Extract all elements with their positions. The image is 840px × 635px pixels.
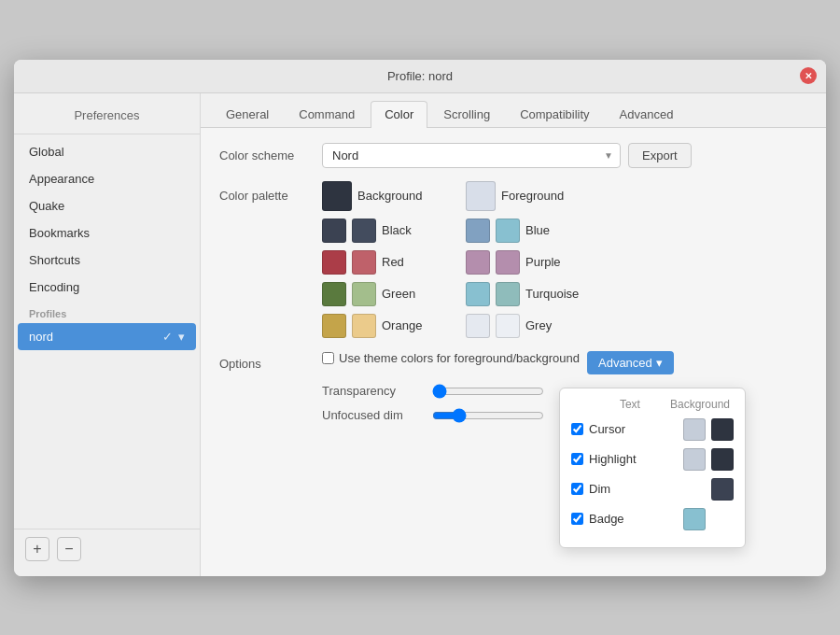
options-main-row: Use theme colors for foreground/backgrou…	[322, 351, 674, 374]
remove-profile-button[interactable]: −	[57, 537, 81, 561]
main-panel: General Command Color Scrolling Compatib…	[201, 93, 826, 576]
cursor-label: Cursor	[589, 422, 678, 436]
blue-swatch-2[interactable]	[496, 219, 520, 243]
panel-content: Color scheme Nord ▼ Export Color palette	[201, 128, 826, 576]
color-scheme-select[interactable]: Nord	[322, 143, 621, 168]
grey-swatch-2[interactable]	[496, 314, 520, 338]
orange-swatch-2[interactable]	[352, 314, 376, 338]
color-palette-label: Color palette	[219, 181, 322, 203]
color-scheme-select-wrapper: Nord ▼	[322, 143, 621, 168]
turquoise-swatch-1[interactable]	[466, 282, 490, 306]
tab-compatibility[interactable]: Compatibility	[506, 101, 603, 127]
tab-general[interactable]: General	[212, 101, 283, 127]
black-swatch-2[interactable]	[352, 219, 376, 243]
tab-scrolling[interactable]: Scrolling	[429, 101, 504, 127]
foreground-swatch[interactable]	[466, 181, 496, 211]
turquoise-label: Turquoise	[525, 287, 591, 301]
dropdown-highlight-item: Highlight	[571, 448, 734, 471]
use-theme-label[interactable]: Use theme colors for foreground/backgrou…	[322, 351, 580, 365]
color-scheme-label: Color scheme	[219, 143, 322, 162]
add-profile-button[interactable]: +	[25, 537, 49, 561]
sidebar-heading: Preferences	[14, 101, 200, 134]
palette-black: Black	[322, 219, 447, 243]
grey-label: Grey	[525, 318, 591, 332]
palette-purple: Purple	[466, 250, 591, 275]
options-row: Options Use theme colors for foreground/…	[219, 351, 807, 548]
badge-text-swatch[interactable]	[683, 508, 706, 530]
red-swatch-1[interactable]	[322, 250, 346, 275]
titlebar: Profile: nord ✕	[14, 60, 826, 93]
background-label: Background	[357, 189, 423, 203]
sidebar-item-quake[interactable]: Quake	[14, 192, 200, 219]
chevron-down-icon[interactable]: ▾	[178, 330, 185, 344]
tab-color[interactable]: Color	[371, 101, 427, 128]
close-button[interactable]: ✕	[800, 67, 817, 84]
unfocused-dim-slider[interactable]	[432, 408, 544, 423]
dropdown-text-header: Text	[620, 398, 640, 411]
grey-swatch-1[interactable]	[466, 314, 490, 338]
palette-grey: Grey	[466, 314, 591, 338]
advanced-chevron-icon: ▾	[656, 356, 663, 370]
color-scheme-row: Color scheme Nord ▼ Export	[219, 143, 807, 168]
dim-checkbox[interactable]	[571, 483, 583, 495]
tab-bar: General Command Color Scrolling Compatib…	[201, 93, 826, 128]
transparency-row: Transparency	[322, 384, 544, 399]
sidebar-item-encoding[interactable]: Encoding	[14, 274, 200, 301]
palette-red: Red	[322, 250, 447, 275]
profiles-section-label: Profiles	[14, 301, 200, 323]
red-label: Red	[382, 255, 447, 269]
turquoise-swatch-2[interactable]	[496, 282, 520, 306]
sliders-and-popup: Transparency Unfocused dim	[322, 384, 746, 548]
highlight-checkbox[interactable]	[571, 453, 583, 465]
palette-foreground: Foreground	[466, 181, 591, 211]
sidebar-item-global[interactable]: Global	[14, 138, 200, 165]
cursor-checkbox[interactable]	[571, 423, 583, 435]
cursor-bg-swatch[interactable]	[711, 418, 734, 441]
sidebar-item-shortcuts[interactable]: Shortcuts	[14, 247, 200, 274]
dim-label: Dim	[589, 482, 678, 496]
background-swatch[interactable]	[322, 181, 352, 211]
green-swatch-1[interactable]	[322, 282, 346, 306]
dim-bg-swatch[interactable]	[711, 478, 734, 501]
sidebar-item-appearance[interactable]: Appearance	[14, 165, 200, 192]
transparency-slider[interactable]	[432, 384, 544, 399]
green-label: Green	[382, 287, 447, 301]
cursor-text-swatch[interactable]	[683, 418, 706, 441]
export-button[interactable]: Export	[628, 143, 692, 168]
sidebar-item-nord[interactable]: nord ✓ ▾	[18, 323, 196, 350]
badge-label: Badge	[589, 512, 678, 526]
highlight-bg-swatch[interactable]	[711, 448, 734, 471]
tab-command[interactable]: Command	[285, 101, 369, 127]
options-content: Use theme colors for foreground/backgrou…	[322, 351, 807, 548]
black-label: Black	[382, 223, 447, 237]
orange-swatch-1[interactable]	[322, 314, 346, 338]
tab-advanced[interactable]: Advanced	[606, 101, 688, 127]
palette-left-col: Background Black	[322, 181, 447, 338]
foreground-label: Foreground	[501, 189, 567, 203]
black-swatch-1[interactable]	[322, 219, 346, 243]
unfocused-dim-label: Unfocused dim	[322, 408, 425, 422]
palette-right-col: Foreground Blue	[466, 181, 591, 338]
palette-background: Background	[322, 181, 447, 211]
content-area: Preferences Global Appearance Quake Book…	[14, 93, 826, 576]
purple-swatch-2[interactable]	[496, 250, 520, 275]
advanced-dropdown-popup: Text Background Cursor	[559, 388, 746, 548]
color-palette-content: Background Black	[322, 181, 807, 338]
highlight-text-swatch[interactable]	[683, 448, 706, 471]
red-swatch-2[interactable]	[352, 250, 376, 275]
purple-swatch-1[interactable]	[466, 250, 490, 275]
unfocused-dim-row: Unfocused dim	[322, 408, 544, 423]
main-window: Profile: nord ✕ Preferences Global Appea…	[14, 60, 826, 576]
dropdown-dim-item: Dim	[571, 478, 734, 501]
color-scheme-content: Nord ▼ Export	[322, 143, 807, 168]
highlight-label: Highlight	[589, 452, 678, 466]
green-swatch-2[interactable]	[352, 282, 376, 306]
blue-swatch-1[interactable]	[466, 219, 490, 243]
advanced-button[interactable]: Advanced ▾	[587, 351, 674, 374]
sidebar-item-bookmarks[interactable]: Bookmarks	[14, 219, 200, 247]
dropdown-cursor-item: Cursor	[571, 418, 734, 441]
badge-checkbox[interactable]	[571, 513, 583, 525]
use-theme-checkbox[interactable]	[322, 352, 334, 364]
sidebar-footer: + −	[14, 529, 200, 569]
palette-turquoise: Turquoise	[466, 282, 591, 306]
